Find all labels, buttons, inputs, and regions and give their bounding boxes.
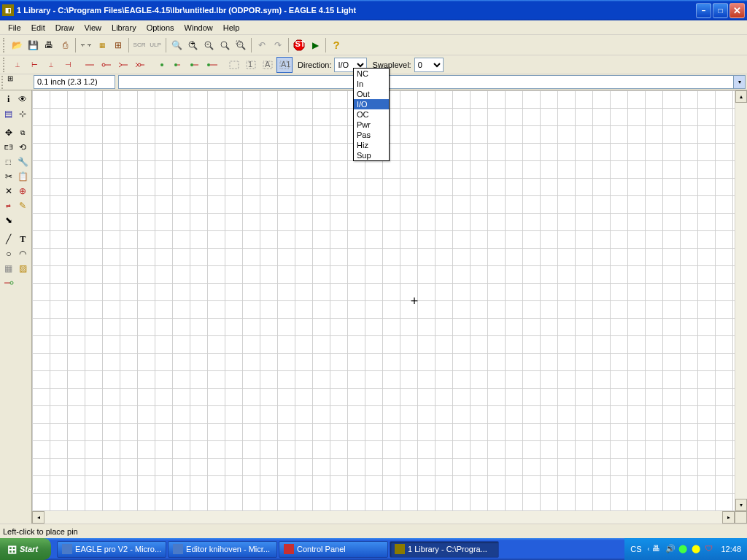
menu-window[interactable]: Window <box>179 22 218 34</box>
menu-library[interactable]: Library <box>107 22 142 34</box>
cut-tool-icon[interactable]: ✂ <box>1 169 16 184</box>
func-dot-icon[interactable] <box>98 57 115 73</box>
menu-file[interactable]: File <box>3 22 26 34</box>
option-oc[interactable]: OC <box>354 109 389 120</box>
func-dotclk-icon[interactable] <box>132 57 148 73</box>
package-icon[interactable]: ▦ <box>94 37 110 53</box>
scroll-left-icon[interactable]: ◂ <box>32 511 44 524</box>
rotate-90-icon[interactable]: ⊢ <box>26 57 42 73</box>
print-icon[interactable]: 🖶 <box>41 37 57 53</box>
paste-tool-icon[interactable]: 📋 <box>16 169 31 184</box>
option-hiz[interactable]: Hiz <box>354 140 389 150</box>
tray-icon-4[interactable]: ⬤ <box>692 544 702 554</box>
clock[interactable]: 12:48 <box>721 545 741 553</box>
visible-both-icon[interactable]: A1 <box>276 57 293 73</box>
copy-tool-icon[interactable]: ⧉ <box>16 125 31 140</box>
length-long-icon[interactable] <box>204 57 220 73</box>
stop-icon[interactable]: STOP <box>291 37 307 53</box>
script-icon[interactable]: SCR <box>131 37 147 53</box>
option-nc[interactable]: NC <box>354 69 389 79</box>
option-sup[interactable]: Sup <box>354 150 389 160</box>
menu-edit[interactable]: Edit <box>26 22 50 34</box>
chevron-down-icon[interactable]: ▾ <box>733 76 745 88</box>
zoom-fit-icon[interactable]: 🔍 <box>169 37 185 53</box>
cam-icon[interactable]: ⎙ <box>57 37 73 53</box>
info-tool-icon[interactable]: i <box>1 92 16 106</box>
redo-icon[interactable]: ↷ <box>270 37 286 53</box>
menu-view[interactable]: View <box>79 22 107 34</box>
close-button[interactable]: ✕ <box>729 3 745 18</box>
arc-tool-icon[interactable]: ◠ <box>16 246 31 261</box>
text-tool-icon[interactable]: T <box>16 232 31 246</box>
option-pas[interactable]: Pas <box>354 130 389 140</box>
menu-help[interactable]: Help <box>218 22 245 34</box>
show-tool-icon[interactable]: 👁 <box>16 92 31 106</box>
zoom-select-icon[interactable] <box>233 37 249 53</box>
split-tool-icon[interactable]: ⬊ <box>1 213 16 228</box>
task-eagle[interactable]: EAGLE pro V2 - Micro... <box>57 541 166 558</box>
delete-tool-icon[interactable]: ✕ <box>1 184 16 198</box>
grid-icon[interactable]: ⊞ <box>7 74 13 90</box>
language-indicator[interactable]: CS <box>630 545 641 553</box>
visible-pad-icon[interactable]: 1 <box>243 57 259 73</box>
visible-pin-icon[interactable]: A <box>260 57 276 73</box>
change-tool-icon[interactable]: 🔧 <box>16 155 31 169</box>
maximize-button[interactable]: □ <box>713 3 728 18</box>
start-button[interactable]: Start <box>0 538 51 560</box>
symbol-icon[interactable]: ⊞ <box>110 37 126 53</box>
func-clk-icon[interactable] <box>115 57 131 73</box>
swaplevel-select[interactable]: 0 <box>414 58 444 72</box>
ulp-icon[interactable]: ULP <box>147 37 163 53</box>
pin-tool-icon[interactable] <box>1 276 16 290</box>
rect-tool-icon[interactable]: ▦ <box>1 261 16 276</box>
zoom-out-icon[interactable]: - <box>201 37 217 53</box>
scroll-right-icon[interactable]: ▸ <box>722 511 735 524</box>
minimize-button[interactable]: – <box>696 3 711 18</box>
tray-icon-3[interactable]: ⬤ <box>678 544 689 554</box>
tray-icon-5[interactable]: 🛡 <box>705 544 715 554</box>
command-input[interactable]: ▾ <box>118 75 746 89</box>
rotate-270-icon[interactable]: ⊣ <box>60 57 76 73</box>
polygon-tool-icon[interactable]: ▨ <box>16 261 31 276</box>
task-cpanel[interactable]: Control Panel <box>279 541 388 558</box>
mirror-tool-icon[interactable]: E∃ <box>1 140 16 155</box>
length-middle-icon[interactable] <box>187 57 204 73</box>
name-tool-icon[interactable]: ✎ <box>16 198 31 213</box>
circle-tool-icon[interactable]: ○ <box>1 246 16 261</box>
option-pwr[interactable]: Pwr <box>354 120 389 130</box>
vertical-scrollbar[interactable]: ▴ ▾ <box>735 90 747 511</box>
tray-chevron-icon[interactable]: ‹ <box>647 545 649 553</box>
go-icon[interactable]: ▶ <box>307 37 323 53</box>
wire-tool-icon[interactable]: ╱ <box>1 232 16 246</box>
horizontal-scrollbar[interactable]: ◂ ▸ <box>32 511 747 524</box>
rotate-0-icon[interactable]: ⟂ <box>9 57 26 73</box>
func-none-icon[interactable] <box>82 57 98 73</box>
scroll-up-icon[interactable]: ▴ <box>735 90 747 103</box>
open-icon[interactable]: 📂 <box>9 37 25 53</box>
zoom-redraw-icon[interactable] <box>217 37 233 53</box>
tray-icon-1[interactable]: 🖶 <box>652 544 662 554</box>
length-point-icon[interactable] <box>154 57 170 73</box>
help-icon[interactable]: ? <box>328 37 344 53</box>
rotate-tool-icon[interactable]: ⟲ <box>16 140 31 155</box>
save-icon[interactable]: 💾 <box>25 37 41 53</box>
zoom-in-icon[interactable]: + <box>185 37 201 53</box>
rotate-180-icon[interactable]: ⟂ <box>43 57 59 73</box>
scroll-down-icon[interactable]: ▾ <box>735 499 747 511</box>
coord-grip[interactable] <box>1 76 6 89</box>
move-tool-icon[interactable]: ✥ <box>1 125 16 140</box>
option-in[interactable]: In <box>354 79 389 89</box>
option-out[interactable]: Out <box>354 89 389 99</box>
toolbar-grip[interactable] <box>3 38 7 52</box>
add-tool-icon[interactable]: ⊕ <box>16 184 31 198</box>
group-tool-icon[interactable]: ⬚ <box>1 155 16 169</box>
length-short-icon[interactable] <box>171 57 187 73</box>
task-library[interactable]: 1 Library - C:\Progra... <box>390 541 499 558</box>
menu-draw[interactable]: Draw <box>50 22 80 34</box>
option-io[interactable]: I/O <box>354 99 389 109</box>
menu-options[interactable]: Options <box>142 22 179 34</box>
visible-off-icon[interactable] <box>226 57 242 73</box>
pinswap-tool-icon[interactable]: ⇄ <box>1 198 16 213</box>
mark-tool-icon[interactable]: ⊹ <box>16 106 31 121</box>
device-icon[interactable]: ⫟⫟ <box>78 37 94 53</box>
